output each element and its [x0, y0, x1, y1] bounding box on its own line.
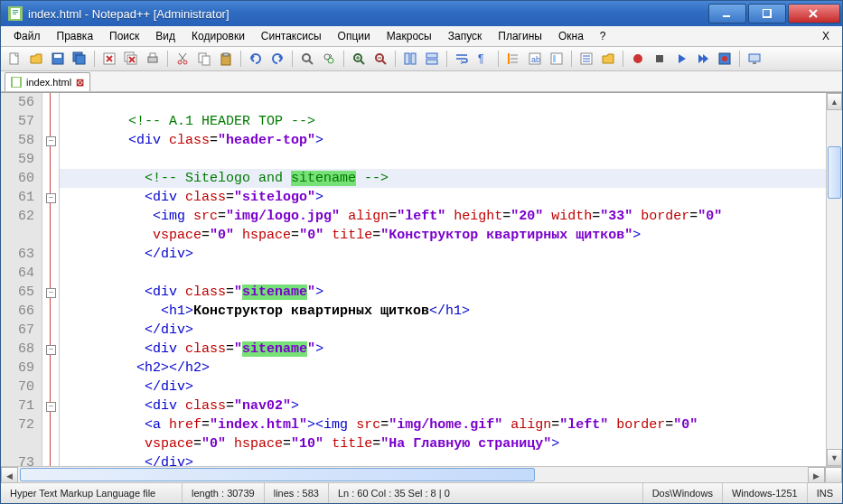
cut-button[interactable]: [173, 49, 192, 69]
fold-toggle[interactable]: −: [46, 345, 56, 355]
menu-?[interactable]: ?: [593, 28, 614, 44]
horizontal-scrollbar[interactable]: ◀ ▶: [1, 466, 842, 482]
sync-h-button[interactable]: [422, 49, 442, 69]
folder-button[interactable]: [598, 49, 618, 69]
menu-Поиск[interactable]: Поиск: [102, 28, 146, 44]
monitor-button[interactable]: [745, 49, 764, 69]
save-button[interactable]: [48, 49, 68, 69]
svg-rect-3: [13, 12, 18, 13]
print-button[interactable]: [143, 49, 163, 69]
new-file-button[interactable]: [5, 49, 24, 69]
code-line[interactable]: <div class="sitename">: [60, 283, 826, 302]
undo-button[interactable]: [246, 49, 266, 69]
vertical-scrollbar[interactable]: ▲ ▼: [826, 93, 842, 466]
doc-map-button[interactable]: [547, 49, 567, 69]
replace-button[interactable]: [319, 49, 339, 69]
svg-rect-9: [10, 53, 18, 64]
all-chars-button[interactable]: ¶: [473, 49, 493, 69]
code-line[interactable]: </div>: [60, 453, 826, 466]
scroll-thumb[interactable]: [828, 146, 841, 199]
tab-label: index.html: [26, 77, 71, 88]
svg-line-36: [361, 61, 364, 64]
fold-toggle[interactable]: −: [46, 402, 56, 412]
code-line[interactable]: [60, 93, 826, 112]
code-line[interactable]: <img src="img/logo.jpg" align="left" hei…: [60, 207, 826, 226]
hscroll-track[interactable]: [18, 467, 808, 482]
code-line[interactable]: </div>: [60, 321, 826, 340]
code-line[interactable]: <!-- Sitelogo and sitename -->: [60, 169, 826, 188]
code-line[interactable]: <!-- A.1 HEADER TOP -->: [60, 112, 826, 131]
code-line[interactable]: [60, 150, 826, 169]
menu-Вид[interactable]: Вид: [148, 28, 183, 44]
code-line[interactable]: </div>: [60, 245, 826, 264]
fold-toggle[interactable]: −: [46, 288, 56, 298]
function-list-button[interactable]: [576, 49, 596, 69]
line-number-gutter[interactable]: 56575859606162636465666768697071727374: [1, 93, 42, 466]
svg-point-34: [328, 58, 333, 63]
open-file-button[interactable]: [26, 49, 46, 69]
code-line[interactable]: <h2></h2>: [60, 359, 826, 378]
word-wrap-button[interactable]: [452, 49, 472, 69]
status-bar: Hyper Text Markup Language file length :…: [1, 482, 842, 503]
menu-Запуск[interactable]: Запуск: [441, 28, 490, 44]
svg-rect-43: [411, 53, 416, 64]
menu-Синтаксисы[interactable]: Синтаксисы: [254, 28, 329, 44]
menu-Кодировки[interactable]: Кодировки: [184, 28, 252, 44]
redo-button[interactable]: [267, 49, 287, 69]
file-tab[interactable]: index.html ⊠: [5, 72, 90, 91]
fold-margin[interactable]: −−−−−: [42, 93, 60, 466]
code-line[interactable]: </div>: [60, 378, 826, 397]
title-bar[interactable]: index.html - Notepad++ [Administrator]: [1, 1, 842, 26]
code-line[interactable]: <a href="index.html"><img src="img/home.…: [60, 415, 826, 434]
code-line[interactable]: <div class="nav02">: [60, 397, 826, 415]
copy-button[interactable]: [194, 49, 214, 69]
stop-button[interactable]: [650, 49, 670, 69]
fold-toggle[interactable]: −: [46, 136, 56, 146]
scroll-down-button[interactable]: ▼: [827, 449, 842, 466]
code-area[interactable]: <!-- A.1 HEADER TOP --> <div class="head…: [60, 93, 826, 466]
toolbar-separator: [395, 51, 396, 67]
close-button[interactable]: [788, 4, 840, 23]
code-line[interactable]: <div class="sitename">: [60, 340, 826, 359]
scroll-up-button[interactable]: ▲: [827, 93, 842, 110]
svg-rect-54: [553, 55, 556, 62]
fold-toggle[interactable]: −: [46, 193, 56, 203]
menu-x-button[interactable]: X: [815, 28, 837, 44]
paste-button[interactable]: [216, 49, 236, 69]
lang-button[interactable]: ab: [525, 49, 545, 69]
close-all-button[interactable]: [121, 49, 141, 69]
zoom-in-button[interactable]: [349, 49, 369, 69]
sync-v-button[interactable]: [400, 49, 420, 69]
minimize-button[interactable]: [708, 4, 746, 23]
hscroll-thumb[interactable]: [20, 468, 535, 481]
find-button[interactable]: [297, 49, 317, 69]
maximize-button[interactable]: [748, 4, 786, 23]
play-multi-button[interactable]: [693, 49, 713, 69]
code-line[interactable]: vspace="0" hspace="10" title="На Главную…: [60, 434, 826, 453]
menu-Правка[interactable]: Правка: [50, 28, 101, 44]
menu-Файл[interactable]: Файл: [6, 28, 48, 44]
code-line[interactable]: vspace="0" hspace="0" title="Конструктор…: [60, 226, 826, 245]
code-line[interactable]: <div class="header-top">: [60, 131, 826, 150]
code-line[interactable]: [60, 264, 826, 283]
tab-close-icon[interactable]: ⊠: [76, 77, 84, 89]
zoom-out-button[interactable]: [370, 49, 390, 69]
toolbar-separator: [167, 51, 168, 67]
save-macro-button[interactable]: [715, 49, 735, 69]
save-all-button[interactable]: [70, 49, 89, 69]
menu-Окна[interactable]: Окна: [551, 28, 591, 44]
svg-rect-30: [223, 53, 229, 56]
menu-Опции[interactable]: Опции: [331, 28, 378, 44]
svg-point-62: [722, 56, 727, 61]
code-line[interactable]: <div class="sitelogo">: [60, 188, 826, 207]
indent-guide-button[interactable]: [503, 49, 523, 69]
menu-Макросы[interactable]: Макросы: [379, 28, 439, 44]
toolbar-separator: [343, 51, 344, 67]
menu-Плагины[interactable]: Плагины: [491, 28, 549, 44]
svg-line-32: [309, 61, 313, 64]
close-button[interactable]: [99, 49, 119, 69]
record-button[interactable]: [628, 49, 648, 69]
play-button[interactable]: [671, 49, 691, 69]
scroll-track[interactable]: [827, 110, 842, 449]
code-line[interactable]: <h1>Конструктор квартирных щитков</h1>: [60, 302, 826, 321]
